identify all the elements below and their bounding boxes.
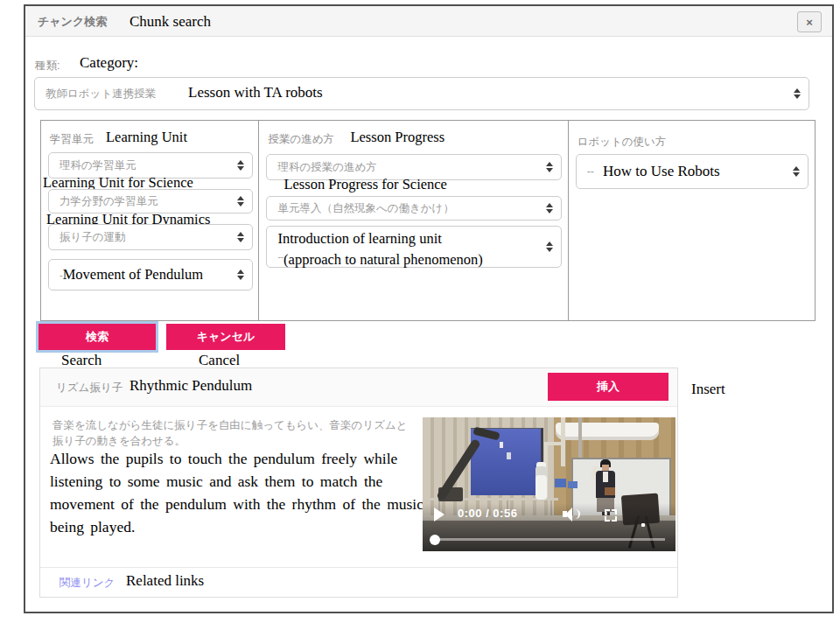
cancel-button[interactable]: キャンセル [166, 324, 285, 350]
close-icon: × [806, 16, 813, 29]
learning-unit-select-1-value: 理科の学習単元 [60, 158, 136, 173]
lesson-progress-select-3[interactable]: Introduction of learning unit --(approac… [266, 226, 562, 268]
column-learning-unit: 学習単元 Learning Unit 理科の学習単元 Learning Unit… [41, 121, 259, 320]
robot-usage-select-placeholder: -- [587, 165, 594, 178]
lesson-progress-select-3-line1: Introduction of learning unit [277, 230, 441, 247]
annotation-result-title: Rhythmic Pendulum [130, 377, 252, 395]
result-title: リズム振り子 [56, 381, 122, 396]
annotation-category-label: Category: [80, 54, 138, 72]
blue-bin [568, 481, 578, 488]
column-lesson-progress: 授業の進め方 Lesson Progress 理科の授業の進め方 Lesson … [259, 121, 568, 320]
lesson-progress-select-3-line2: (approach to natural phenomenon) [284, 251, 483, 268]
small-robot [536, 466, 547, 500]
search-button-label: 検索 [86, 329, 108, 345]
result-card-header: リズム振り子 Rhythmic Pendulum 挿入 [40, 368, 677, 407]
annotation-cancel: Cancel [199, 352, 240, 369]
lesson-progress-select-1-value: 理科の授業の進め方 [277, 160, 376, 175]
screen-figure [507, 452, 511, 459]
volume-icon[interactable] [563, 508, 580, 521]
result-card: リズム振り子 Rhythmic Pendulum 挿入 音楽を流しながら生徒に振… [39, 368, 678, 598]
learning-unit-select-3-value: 振り子の運動 [60, 230, 126, 245]
learning-unit-select-3[interactable]: 振り子の運動 [48, 224, 253, 250]
play-icon[interactable] [434, 508, 444, 522]
fullscreen-icon[interactable] [605, 509, 617, 522]
clipboard [605, 487, 615, 495]
lesson-progress-select-2[interactable]: 単元導入（自然現象への働きかけ） [266, 196, 562, 220]
category-select[interactable]: 教師ロボット連携授業 [34, 77, 809, 110]
select-spinner-icon [237, 196, 244, 206]
video-time: 0:00 / 0:56 [458, 507, 517, 520]
robot-usage-select-value: How to Use Robots [603, 163, 720, 180]
seek-bar[interactable] [431, 538, 665, 542]
select-spinner-icon [794, 88, 801, 99]
annotation-learning-unit: Learning Unit [106, 129, 187, 146]
video-player[interactable]: 0:00 / 0:56 [423, 417, 676, 551]
learning-unit-label: 学習単元 [50, 132, 94, 147]
blue-bin [555, 479, 566, 487]
chunk-search-dialog: チャンク検索 × Chunk search 種類: Category: 教師ロボ… [24, 4, 834, 613]
lesson-progress-select-2-value: 単元導入（自然現象への働きかけ） [277, 201, 453, 216]
annotation-lesson-progress: Lesson Progress [350, 129, 444, 146]
select-spinner-icon [237, 160, 244, 171]
close-button[interactable]: × [797, 11, 822, 32]
category-select-value: 教師ロボット連携授業 [46, 87, 156, 102]
teacher-face [602, 465, 609, 471]
annotation-related-links: Related links [126, 572, 204, 590]
category-label: 種類: [35, 59, 60, 74]
select-spinner-icon [546, 242, 553, 252]
annotation-lesson-progress-1: Lesson Progress for Science [284, 176, 447, 193]
seek-handle[interactable] [430, 535, 440, 545]
result-card-footer: 関連リンク Related links [40, 567, 677, 597]
annotation-category-value: Lesson with TA robots [188, 84, 323, 102]
learning-unit-select-2[interactable]: 力学分野の学習単元 [48, 189, 253, 214]
air-conditioner [556, 423, 659, 440]
filter-columns: 学習単元 Learning Unit 理科の学習単元 Learning Unit… [40, 120, 816, 321]
screen-figure [500, 442, 503, 448]
result-description: 音楽を流しながら生徒に振り子を自由に触ってもらい、音楽のリズムと振り子の動きを合… [52, 417, 416, 449]
insert-button[interactable]: 挿入 [548, 373, 668, 401]
cancel-button-label: キャンセル [197, 329, 256, 345]
learning-unit-select-4-value: Movement of Pendulum [63, 266, 203, 284]
annotation-search: Search [61, 352, 102, 369]
select-spinner-icon [793, 166, 800, 177]
select-spinner-icon [546, 162, 553, 172]
related-links-link[interactable]: 関連リンク [60, 576, 115, 591]
annotation-insert: Insert [691, 381, 725, 398]
select-spinner-icon [237, 232, 244, 242]
column-robot-usage: ロボットの使い方 -- How to Use Robots [569, 121, 815, 320]
search-button[interactable]: 検索 [36, 321, 158, 353]
annotation-dialog-title: Chunk search [130, 13, 211, 31]
wall-conduit [578, 417, 582, 458]
screen: チャンク検索 × Chunk search 種類: Category: 教師ロボ… [0, 0, 840, 630]
teacher-shirt [603, 472, 608, 482]
select-spinner-icon [237, 270, 244, 280]
insert-button-label: 挿入 [597, 379, 620, 395]
learning-unit-select-2-value: 力学分野の学習単元 [60, 194, 158, 209]
lesson-progress-label: 授業の進め方 [268, 132, 334, 147]
select-spinner-icon [546, 203, 553, 214]
robot-usage-label: ロボットの使い方 [578, 135, 667, 150]
presentation-screen [471, 428, 543, 495]
annotation-result-description: Allows the pupils to touch the pendulum … [50, 447, 431, 538]
learning-unit-select-4[interactable]: - Movement of Pendulum [48, 259, 253, 290]
robot-usage-select[interactable]: -- How to Use Robots [576, 154, 808, 189]
dialog-title: チャンク検索 [38, 14, 107, 30]
